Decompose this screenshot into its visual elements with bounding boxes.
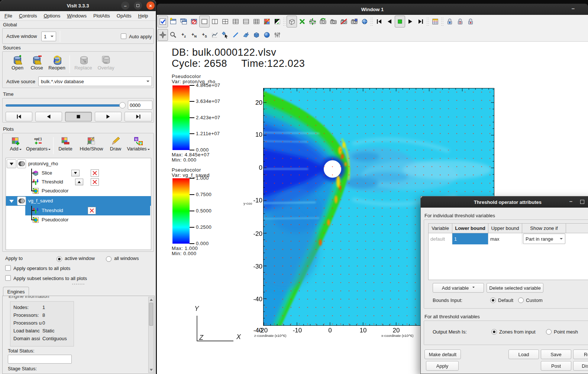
active-window-combo[interactable]: 1 [41,32,56,41]
layout-3x3-icon[interactable] [251,16,262,27]
col-show-zone-if[interactable]: Show zone if [522,224,566,233]
operator-row-slice[interactable]: Slice [6,169,151,178]
renderer-row-pseudocolor[interactable]: Pseudocolor [6,186,151,195]
delete-plot-button[interactable]: Delete [55,136,75,152]
menu-opatts[interactable]: OpAtts [117,13,132,19]
lock-view-icon[interactable] [445,16,455,27]
point-mesh-radio[interactable] [546,329,552,335]
spreadsheet-icon[interactable] [430,16,440,27]
cell-upper-bound[interactable]: max [488,233,522,244]
menu-windows[interactable]: Windows [67,13,87,19]
move-operator-up-button[interactable] [75,179,83,185]
bounds-custom-radio[interactable] [518,297,524,303]
active-source-combo[interactable]: bulk.*.vlsv database [38,77,152,86]
window1-minimize-icon[interactable]: – [572,5,575,12]
col-lower-bound[interactable]: Lower bound [452,224,488,233]
dismiss-button[interactable]: Dismiss [573,361,588,371]
operators-button[interactable]: op(·) Operators [25,136,52,152]
reopen-source-button[interactable]: Reopen [46,55,67,71]
operator-row-threshold[interactable]: Threshold [6,178,151,186]
zoom-z-icon[interactable]: +z [178,29,189,41]
time-play-reverse-button[interactable] [35,112,62,121]
engines-scrollbar[interactable] [148,297,154,373]
vcr-step-back-icon[interactable] [374,16,384,27]
apply-subset-checkbox[interactable] [5,275,11,281]
draw-plots-button[interactable]: Draw [107,136,124,152]
vcr-step-forward-icon[interactable] [416,16,426,27]
apply-button[interactable]: Apply [426,361,459,371]
dialog-maximize-icon[interactable] [580,200,584,204]
box-tool-icon[interactable] [251,29,262,41]
show-zone-if-combo[interactable]: Part in range [523,234,565,244]
cell-variable[interactable]: default [429,233,452,244]
collapse-button[interactable] [7,159,16,168]
save-button[interactable]: Save [541,349,571,359]
hide-show-plot-button[interactable]: Hide/Show [77,136,106,152]
delete-window-icon[interactable] [189,16,199,27]
time-play-button[interactable] [95,112,122,121]
close-source-button[interactable]: Close [27,55,46,71]
layout-1x3-icon[interactable] [241,16,251,27]
plot-active-toggle[interactable] [17,159,26,168]
cell-lower-bound[interactable]: 1 [452,233,488,244]
line-tool-icon[interactable] [230,29,241,41]
menu-plotatts[interactable]: PlotAtts [93,13,110,19]
operator-row-threshold-selected[interactable]: Threshold [25,206,150,215]
lock-time-icon[interactable] [455,16,465,27]
perspective-view-icon[interactable] [287,16,297,27]
visit-titlebar[interactable]: VisIt 3.3.3 – × [0,0,156,11]
zones-from-input-radio[interactable] [491,329,497,335]
collapse-button[interactable] [7,196,16,205]
save-view-icon[interactable] [349,16,359,27]
plot-row-proton-vg-rho[interactable]: proton/vg_rho [6,159,151,169]
time-slider-handle[interactable] [119,102,126,108]
plot-list[interactable]: proton/vg_rho Slice Threshold Pseudocolo… [6,158,151,250]
invert-background-icon[interactable] [272,16,282,27]
splitter-handle[interactable] [72,283,84,285]
lineout-mode-icon[interactable] [210,29,220,41]
scroll-thumb[interactable] [149,303,153,326]
plot-row-vg-f-saved[interactable]: vg_f_saved [6,196,151,206]
dialog-minimize-icon[interactable]: – [569,198,572,204]
lock-tools-icon[interactable] [465,16,476,27]
reset-button[interactable]: Reset [573,349,588,359]
plot-active-toggle[interactable] [17,196,26,205]
spreadsheet-pick-icon[interactable]: +S [199,29,210,41]
make-default-button[interactable]: Make default [424,349,461,359]
vcr-play-reverse-icon[interactable] [384,16,395,27]
menu-options[interactable]: Options [43,13,60,19]
delete-all-plots-icon[interactable] [262,16,272,27]
layout-2x2-icon[interactable] [220,16,230,27]
layout-1x1-icon[interactable] [199,16,210,27]
node-pick-icon[interactable]: +N [189,29,199,41]
active-window-check-icon[interactable] [158,16,168,27]
time-step-forward-button[interactable] [125,112,152,121]
load-button[interactable]: Load [508,349,539,359]
layout-2x3-icon[interactable] [230,16,241,27]
open-source-button[interactable]: Open [8,55,27,71]
sphere-tool-icon[interactable] [262,29,272,41]
total-status-field[interactable] [8,355,72,364]
auto-apply-checkbox[interactable] [121,33,126,39]
remove-slice-button[interactable] [91,169,99,177]
tab-engines[interactable]: Engines [3,287,29,296]
disable-snapshot-icon[interactable] [339,16,349,27]
time-slider[interactable] [6,104,125,107]
time-step-back-button[interactable] [6,112,32,121]
menu-controls[interactable]: Controls [19,13,37,19]
undo-view-icon[interactable] [318,16,328,27]
vcr-stop-icon[interactable] [395,16,405,27]
renderer-row-pseudocolor[interactable]: Pseudocolor [6,215,151,224]
reset-view-icon[interactable] [297,16,307,27]
menu-help[interactable]: Help [138,13,148,19]
axis-restriction-icon[interactable] [272,29,282,41]
remove-threshold-button[interactable] [91,178,99,186]
vcr-play-icon[interactable] [405,16,416,27]
minimize-button[interactable]: – [121,1,129,10]
plane-tool-icon[interactable] [241,29,251,41]
zone-pick-icon[interactable] [220,29,230,41]
recenter-view-icon[interactable] [307,16,318,27]
time-stop-button[interactable] [65,112,92,121]
choose-center-icon[interactable] [359,16,370,27]
variables-list[interactable]: Variable Lower bound Upper bound Show zo… [428,223,588,280]
